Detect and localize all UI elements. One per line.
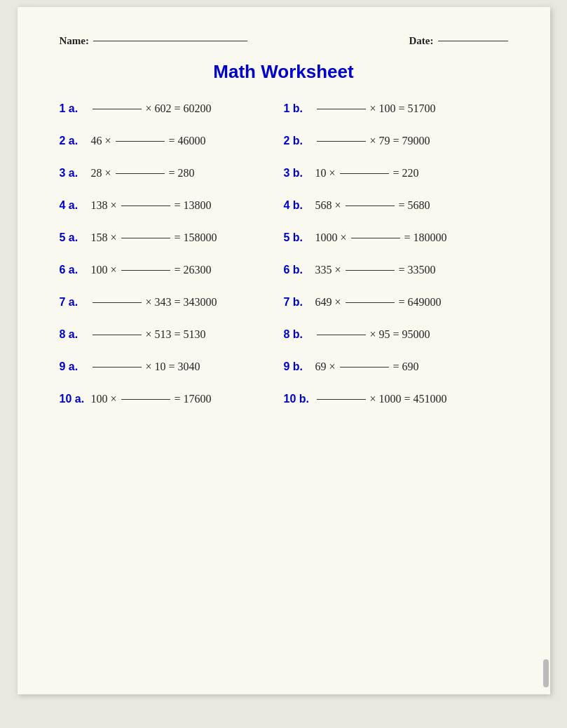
- problem-expression: 46 × = 46000: [91, 135, 206, 147]
- problem-half-a: 3 a. 28 × = 280: [60, 167, 284, 180]
- problem-half-b: 5 b. 1000 × = 180000: [284, 231, 508, 244]
- problem-half-a: 5 a. 158 × = 158000: [60, 231, 284, 244]
- problem-expression: 158 × = 158000: [91, 231, 217, 244]
- problem-row: 7 a. × 343 = 343000 7 b. 649 × = 649000: [60, 296, 508, 309]
- problem-label-a: 8 a.: [60, 328, 91, 341]
- answer-blank: [317, 399, 366, 400]
- problem-half-a: 7 a. × 343 = 343000: [60, 296, 284, 309]
- name-underline: [93, 41, 247, 41]
- header: Name: Date:: [60, 35, 508, 47]
- answer-blank: [121, 399, 170, 400]
- problem-expression: 28 × = 280: [91, 167, 195, 180]
- problem-expression: 335 × = 33500: [315, 264, 436, 276]
- problem-expression: 69 × = 690: [315, 360, 419, 373]
- problem-row: 5 a. 158 × = 158000 5 b. 1000 × = 180000: [60, 231, 508, 244]
- problem-expression: × 79 = 79000: [315, 135, 430, 147]
- scrollbar[interactable]: [543, 659, 549, 687]
- problem-half-b: 7 b. 649 × = 649000: [284, 296, 508, 309]
- problem-half-b: 4 b. 568 × = 5680: [284, 199, 508, 212]
- problem-label-b: 5 b.: [284, 231, 315, 244]
- answer-blank: [346, 205, 395, 206]
- problem-expression: × 100 = 51700: [315, 102, 436, 115]
- answer-blank: [116, 173, 165, 174]
- problem-half-a: 1 a. × 602 = 60200: [60, 102, 284, 115]
- date-underline: [438, 41, 508, 41]
- problem-expression: × 602 = 60200: [91, 102, 212, 115]
- answer-blank: [340, 173, 389, 174]
- problem-expression: 138 × = 13800: [91, 199, 212, 212]
- problem-row: 1 a. × 602 = 60200 1 b. × 100 = 51700: [60, 102, 508, 115]
- problem-label-a: 7 a.: [60, 296, 91, 309]
- problem-half-b: 8 b. × 95 = 95000: [284, 328, 508, 341]
- problem-label-a: 6 a.: [60, 264, 91, 276]
- problem-label-b: 9 b.: [284, 360, 315, 373]
- answer-blank: [121, 270, 170, 271]
- problem-half-b: 9 b. 69 × = 690: [284, 360, 508, 373]
- problem-expression: 100 × = 26300: [91, 264, 212, 276]
- problem-label-b: 2 b.: [284, 135, 315, 147]
- problem-label-a: 3 a.: [60, 167, 91, 180]
- problem-half-a: 9 a. × 10 = 3040: [60, 360, 284, 373]
- problem-row: 4 a. 138 × = 13800 4 b. 568 × = 5680: [60, 199, 508, 212]
- answer-blank: [121, 205, 170, 206]
- problem-row: 6 a. 100 × = 26300 6 b. 335 × = 33500: [60, 264, 508, 276]
- problem-half-a: 4 a. 138 × = 13800: [60, 199, 284, 212]
- name-field: Name:: [60, 35, 247, 47]
- worksheet-title: Math Worksheet: [60, 61, 508, 83]
- problem-expression: × 10 = 3040: [91, 360, 200, 373]
- answer-blank: [317, 109, 366, 109]
- problem-expression: 1000 × = 180000: [315, 231, 447, 244]
- problem-label-b: 4 b.: [284, 199, 315, 212]
- problem-expression: 10 × = 220: [315, 167, 419, 180]
- answer-blank: [317, 141, 366, 142]
- problem-half-b: 1 b. × 100 = 51700: [284, 102, 508, 115]
- problem-half-b: 10 b. × 1000 = 451000: [284, 393, 508, 405]
- problem-label-b: 6 b.: [284, 264, 315, 276]
- date-field: Date:: [409, 35, 508, 47]
- problem-label-a: 4 a.: [60, 199, 91, 212]
- problem-label-a: 10 a.: [60, 393, 91, 405]
- answer-blank: [340, 367, 389, 368]
- problem-half-a: 8 a. × 513 = 5130: [60, 328, 284, 341]
- answer-blank: [346, 270, 395, 271]
- problem-label-a: 9 a.: [60, 360, 91, 373]
- problem-label-b: 3 b.: [284, 167, 315, 180]
- problem-expression: × 513 = 5130: [91, 328, 206, 341]
- answer-blank: [116, 141, 165, 142]
- problem-label-b: 10 b.: [284, 393, 315, 405]
- problem-label-b: 8 b.: [284, 328, 315, 341]
- answer-blank: [121, 238, 170, 238]
- problem-half-a: 6 a. 100 × = 26300: [60, 264, 284, 276]
- problem-expression: 649 × = 649000: [315, 296, 442, 309]
- answer-blank: [346, 302, 395, 303]
- problem-label-b: 7 b.: [284, 296, 315, 309]
- problem-label-a: 2 a.: [60, 135, 91, 147]
- problem-expression: 568 × = 5680: [315, 199, 430, 212]
- answer-blank: [93, 302, 142, 303]
- answer-blank: [93, 335, 142, 335]
- problem-row: 3 a. 28 × = 280 3 b. 10 × = 220: [60, 167, 508, 180]
- answer-blank: [317, 335, 366, 335]
- problem-expression: 100 × = 17600: [91, 393, 212, 405]
- problem-half-b: 2 b. × 79 = 79000: [284, 135, 508, 147]
- date-label: Date:: [409, 35, 434, 47]
- problem-half-a: 2 a. 46 × = 46000: [60, 135, 284, 147]
- worksheet-page: Name: Date: Math Worksheet 1 a. × 602 = …: [18, 7, 550, 694]
- problem-row: 2 a. 46 × = 46000 2 b. × 79 = 79000: [60, 135, 508, 147]
- problem-half-b: 3 b. 10 × = 220: [284, 167, 508, 180]
- name-label: Name:: [60, 35, 89, 47]
- problem-half-a: 10 a. 100 × = 17600: [60, 393, 284, 405]
- problem-label-a: 5 a.: [60, 231, 91, 244]
- answer-blank: [351, 238, 400, 238]
- problem-row: 9 a. × 10 = 3040 9 b. 69 × = 690: [60, 360, 508, 373]
- problems-grid: 1 a. × 602 = 60200 1 b. × 100 = 51700 2 …: [60, 102, 508, 405]
- answer-blank: [93, 109, 142, 109]
- problem-label-a: 1 a.: [60, 102, 91, 115]
- problem-expression: × 343 = 343000: [91, 296, 217, 309]
- problem-half-b: 6 b. 335 × = 33500: [284, 264, 508, 276]
- answer-blank: [93, 367, 142, 368]
- problem-label-b: 1 b.: [284, 102, 315, 115]
- problem-row: 10 a. 100 × = 17600 10 b. × 1000 = 45100…: [60, 393, 508, 405]
- problem-expression: × 1000 = 451000: [315, 393, 447, 405]
- problem-row: 8 a. × 513 = 5130 8 b. × 95 = 95000: [60, 328, 508, 341]
